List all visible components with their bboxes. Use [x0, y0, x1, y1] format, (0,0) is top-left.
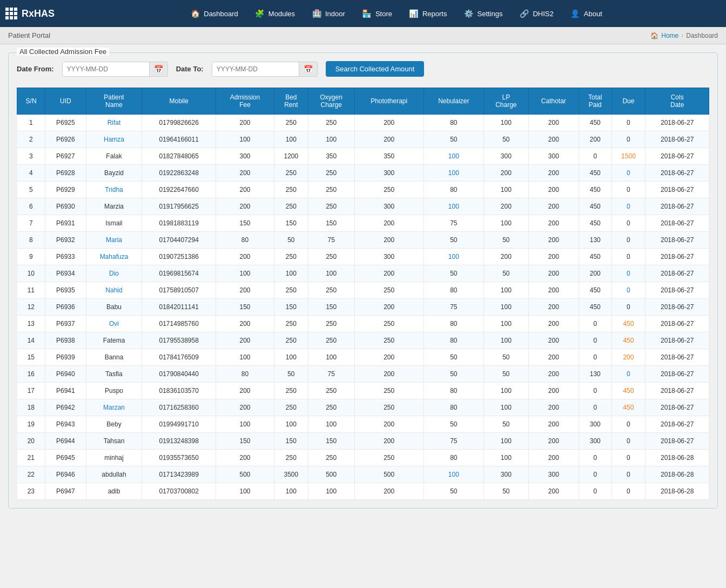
table-cell[interactable]: Hamza [86, 131, 142, 148]
nav-item-dashboard[interactable]: 🏠 Dashboard [183, 4, 245, 23]
table-row: 9P6933Mahafuza01907251386200250250300100… [17, 249, 709, 265]
nav-items: 🏠 Dashboard 🧩 Modules 🏥 Indoor 🏪 Store 📊… [71, 4, 721, 23]
nav-item-settings[interactable]: ⚙️ Settings [456, 4, 509, 23]
table-cell: P6945 [45, 450, 86, 466]
table-cell: 80 [216, 232, 274, 249]
table-cell[interactable]: 0 [611, 198, 646, 215]
table-cell: minhaj [86, 450, 142, 466]
date-to-calendar-button[interactable]: 📅 [299, 62, 317, 76]
breadcrumb-home[interactable]: Home [661, 32, 678, 39]
table-cell: 2018-06-27 [646, 366, 709, 383]
table-cell: 200 [528, 198, 579, 215]
date-to-input[interactable] [212, 62, 299, 76]
table-cell: 250 [274, 316, 308, 332]
table-cell: 11 [17, 282, 45, 299]
table-cell: 100 [274, 483, 308, 500]
table-cell: Beby [86, 416, 142, 433]
table-cell: 150 [216, 433, 274, 450]
table-cell: 250 [354, 450, 424, 466]
table-cell[interactable]: 100 [424, 249, 483, 265]
table-cell[interactable]: Maria [86, 232, 142, 249]
table-cell: Marzia [86, 198, 142, 215]
table-cell[interactable]: Nahid [86, 282, 142, 299]
table-cell[interactable]: 100 [424, 466, 483, 483]
table-cell: P6932 [45, 232, 86, 249]
table-cell[interactable]: 100 [424, 148, 483, 165]
store-icon: 🏪 [361, 8, 373, 19]
table-cell: 18 [17, 399, 45, 416]
date-from-input-group: 📅 [62, 62, 168, 77]
table-cell: 2018-06-27 [646, 316, 709, 332]
table-row: 17P6941Puspo0183610357020025025025080100… [17, 383, 709, 399]
table-cell: 200 [216, 249, 274, 265]
table-row: 6P6930Marzia0191795662520025025030010020… [17, 198, 709, 215]
table-cell: 01799826626 [142, 115, 216, 131]
nav-item-modules[interactable]: 🧩 Modules [247, 4, 301, 23]
nav-item-reports[interactable]: 📊 Reports [401, 4, 454, 23]
table-cell: 50 [483, 416, 528, 433]
table-cell: 2018-06-27 [646, 165, 709, 182]
table-cell: P6937 [45, 316, 86, 332]
table-cell[interactable]: Tridha [86, 182, 142, 198]
table-cell: 200 [354, 483, 424, 500]
table-cell: 200 [528, 332, 579, 349]
logo-area[interactable]: RxHAS [5, 8, 55, 19]
table-cell: 5 [17, 182, 45, 198]
table-cell[interactable]: 100 [424, 198, 483, 215]
table-cell[interactable]: 0 [611, 282, 646, 299]
table-cell: 80 [424, 332, 483, 349]
table-cell: 200 [611, 349, 646, 366]
table-cell: 2018-06-27 [646, 265, 709, 282]
table-cell: Babu [86, 299, 142, 316]
table-cell: 0 [611, 232, 646, 249]
table-cell: 2018-06-28 [646, 483, 709, 500]
col-admission-fee: AdmissionFee [216, 88, 274, 115]
table-cell: 01790840440 [142, 366, 216, 383]
table-cell: P6944 [45, 433, 86, 450]
table-cell[interactable]: 100 [424, 165, 483, 182]
table-cell: 0 [611, 466, 646, 483]
table-cell: 2018-06-27 [646, 332, 709, 349]
table-row: 1P6925Rifat01799826626200250250200801002… [17, 115, 709, 131]
table-cell: 7 [17, 215, 45, 232]
table-cell: 2018-06-27 [646, 399, 709, 416]
table-cell: 50 [274, 232, 308, 249]
card-legend: All Collected Admission Fee Date From: 📅… [8, 52, 718, 509]
date-from-input[interactable] [63, 62, 149, 76]
table-cell: 200 [528, 450, 579, 466]
table-cell: 200 [216, 383, 274, 399]
table-cell: 01827848065 [142, 148, 216, 165]
table-cell: 80 [424, 282, 483, 299]
col-nebulaizer: Nebulaizer [424, 88, 483, 115]
search-collected-amount-button[interactable]: Search Collected Amount [326, 61, 425, 77]
table-cell[interactable]: Rifat [86, 115, 142, 131]
nav-item-dhis2[interactable]: 🔗 DHIS2 [512, 4, 560, 23]
date-from-calendar-button[interactable]: 📅 [149, 62, 167, 76]
table-cell: 450 [579, 165, 611, 182]
table-cell: 250 [354, 332, 424, 349]
table-cell: 22 [17, 466, 45, 483]
table-cell: 100 [483, 182, 528, 198]
table-cell[interactable]: 0 [611, 265, 646, 282]
table-cell[interactable]: Ovi [86, 316, 142, 332]
table-cell: 150 [274, 215, 308, 232]
table-cell[interactable]: 1500 [611, 148, 646, 165]
table-cell[interactable]: Dio [86, 265, 142, 282]
table-cell: 50 [483, 131, 528, 148]
table-cell: P6938 [45, 332, 86, 349]
nav-item-about[interactable]: 👤 About [563, 4, 609, 23]
nav-item-store[interactable]: 🏪 Store [354, 4, 399, 23]
table-cell: 4 [17, 165, 45, 182]
table-cell: 450 [611, 332, 646, 349]
nav-item-indoor[interactable]: 🏥 Indoor [304, 4, 352, 23]
table-cell: 200 [528, 182, 579, 198]
table-cell[interactable]: Mahafuza [86, 249, 142, 265]
table-cell[interactable]: 0 [611, 366, 646, 383]
table-cell: 200 [528, 265, 579, 282]
table-cell[interactable]: 0 [611, 165, 646, 182]
table-cell: 250 [308, 383, 354, 399]
table-cell: 200 [528, 366, 579, 383]
col-bed-rent: BedRent [274, 88, 308, 115]
table-cell[interactable]: Marzan [86, 399, 142, 416]
table-cell: 01795538958 [142, 332, 216, 349]
